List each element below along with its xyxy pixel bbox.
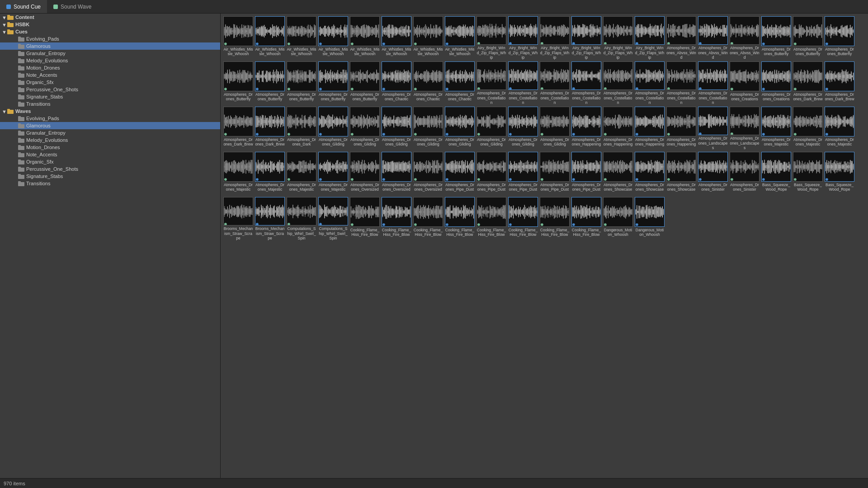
asset-item[interactable]: Air_​Whistles_​Missle_​Whoosh bbox=[254, 15, 286, 61]
asset-item[interactable]: Cooking_​Flame_​Hiss_​Fire_​Blow bbox=[476, 196, 507, 241]
asset-item[interactable]: Dangerous_​Motion_​Whoosh bbox=[634, 196, 665, 241]
asset-item[interactable]: Air_​Whistles_​Missle_​Whoosh bbox=[349, 15, 381, 61]
tab-sound-wave[interactable]: Sound Wave bbox=[47, 0, 98, 13]
asset-item[interactable]: Airy_​Bright_​WInd_​Zip_​Flaps_​Whip bbox=[476, 15, 507, 61]
asset-item[interactable]: Airy_​Bright_​WInd_​Zip_​Flaps_​Whip bbox=[571, 15, 602, 61]
asset-item[interactable]: Atmospheres_​Drones_​Abvss_​Wind bbox=[697, 15, 729, 61]
asset-item[interactable]: Atmospheres_​Drones_​Gliding bbox=[476, 106, 507, 151]
asset-item[interactable]: Bass_​Squeeze_​Wood_​Rope bbox=[824, 151, 855, 196]
asset-item[interactable]: Atmospheres_​Drones_​Butterfly bbox=[349, 61, 381, 106]
asset-item[interactable]: Atmospheres_​Drones_​Majestic bbox=[824, 106, 855, 151]
asset-item[interactable]: Cooking_​Flame_​Hiss_​Fire_​Blow bbox=[381, 196, 412, 241]
asset-item[interactable]: Atmospheres_​Drones_​Happening bbox=[665, 106, 697, 151]
sidebar-item-cues-signature[interactable]: Signature_Stabs bbox=[0, 93, 220, 100]
sidebar-item-cues-granular[interactable]: Granular_Entropy bbox=[0, 50, 220, 57]
asset-item[interactable]: Atmospheres_​Drones_​Pipe_​Dust bbox=[507, 151, 539, 196]
asset-item[interactable]: Atmospheres_​Drones_​Showcase bbox=[602, 151, 634, 196]
asset-item[interactable]: Atmospheres_​Drones_​Chaotic bbox=[412, 61, 444, 106]
asset-item[interactable]: Bass_​Squeeze_​Wood_​Rope bbox=[792, 151, 824, 196]
asset-item[interactable]: Air_​Whistles_​Missle_​Whoosh bbox=[286, 15, 317, 61]
asset-item[interactable]: Atmospheres_​Drones_​Oversized bbox=[349, 151, 381, 196]
asset-item[interactable]: Atmospheres_​Drones_​Costellation bbox=[602, 61, 634, 106]
asset-item[interactable]: Atmospheres_​Drones_​Landscapes bbox=[697, 106, 729, 151]
asset-item[interactable]: Atmospheres_​Drones_​Abvss_​Wind bbox=[729, 15, 760, 61]
asset-item[interactable]: Atmospheres_​Drones_​Dark bbox=[286, 106, 317, 151]
asset-item[interactable]: Cooking_​Flame_​Hiss_​Fire_​Blow bbox=[507, 196, 539, 241]
asset-item[interactable]: Atmospheres_​Drones_​Oversized bbox=[381, 151, 412, 196]
asset-item[interactable]: Atmospheres_​Drones_​Creations bbox=[729, 61, 760, 106]
asset-item[interactable]: Computations_​Ship_​Whirl_​Swirl_​Spin bbox=[317, 196, 349, 241]
asset-item[interactable]: Air_​Whistles_​Missle_​Whoosh bbox=[222, 15, 254, 61]
asset-item[interactable]: Atmospheres_​Drones_​Costellation bbox=[571, 61, 602, 106]
asset-item[interactable]: Atmospheres_​Drones_​Butterfly bbox=[222, 61, 254, 106]
sidebar-item-cues-motion[interactable]: Motion_Drones bbox=[0, 64, 220, 71]
sidebar-item-waves-evolving-pads[interactable]: Evolving_Pads bbox=[0, 115, 220, 122]
asset-item[interactable]: Atmospheres_​Drones_​Costellation bbox=[697, 61, 729, 106]
asset-item[interactable]: Atmospheres_​Drones_​Sinister bbox=[697, 151, 729, 196]
asset-item[interactable]: Air_​Whistles_​Missle_​Whoosh bbox=[381, 15, 412, 61]
asset-item[interactable]: Atmospheres_​Drones_​Chaotic bbox=[444, 61, 476, 106]
sidebar-item-waves-motion[interactable]: Motion_Drones bbox=[0, 144, 220, 151]
sidebar-item-waves-transitions[interactable]: Transitions bbox=[0, 180, 220, 187]
asset-item[interactable]: Airy_​Bright_​WInd_​Zip_​Flaps_​Whip bbox=[539, 15, 571, 61]
asset-item[interactable]: Cooking_​Flame_​Hiss_​Fire_​Blow bbox=[412, 196, 444, 241]
asset-item[interactable]: Atmospheres_​Drones_​Gliding bbox=[507, 106, 539, 151]
sidebar-item-cues-organic[interactable]: Organic_Sfx bbox=[0, 79, 220, 86]
sidebar-item-waves-glamorous[interactable]: Glamorous bbox=[0, 122, 220, 129]
sidebar-item-cues-melody[interactable]: Melody_Evolutions bbox=[0, 57, 220, 64]
sidebar-item-cues-evolving-pads[interactable]: Evolving_Pads bbox=[0, 35, 220, 42]
asset-item[interactable]: Atmospheres_​Drones_​Majestic bbox=[254, 151, 286, 196]
sidebar-item-waves-granular[interactable]: Granular_Entropy bbox=[0, 129, 220, 136]
asset-item[interactable]: Atmospheres_​Drones_​Costellation bbox=[665, 61, 697, 106]
asset-item[interactable]: Atmospheres_​Drones_​Happening bbox=[634, 106, 665, 151]
sidebar-waves[interactable]: ▼ Waves bbox=[0, 108, 220, 115]
asset-item[interactable]: Atmospheres_​Drones_​Costellation bbox=[476, 61, 507, 106]
tab-sound-cue[interactable]: Sound Cue bbox=[0, 0, 47, 13]
asset-item[interactable]: Air_​Whistles_​Missle_​Whoosh bbox=[444, 15, 476, 61]
asset-item[interactable]: Atmospheres_​Drones_​Butterfly bbox=[824, 15, 855, 61]
asset-item[interactable]: Brooms_​Mechanism_​Straw_​Scrape bbox=[254, 196, 286, 241]
content-area[interactable]: Air_​Whistles_​Missle_​Whoosh Air_​Whist… bbox=[221, 14, 868, 478]
asset-item[interactable]: Atmospheres_​Drones_​Showcase bbox=[634, 151, 665, 196]
asset-item[interactable]: Atmospheres_​Drones_​Dark_​Brew bbox=[222, 106, 254, 151]
asset-item[interactable]: Atmospheres_​Drones_​Butterfly bbox=[286, 61, 317, 106]
asset-item[interactable]: Atmospheres_​Drones_​Oversized bbox=[412, 151, 444, 196]
sidebar-item-cues-percussive[interactable]: Percussive_One_Shots bbox=[0, 86, 220, 93]
asset-item[interactable]: Atmospheres_​Drones_​Happening bbox=[571, 106, 602, 151]
asset-item[interactable]: Airy_​Bright_​WInd_​Zip_​Flaps_​Whip bbox=[602, 15, 634, 61]
asset-item[interactable]: Atmospheres_​Drones_​Dark_​Brew bbox=[254, 106, 286, 151]
asset-item[interactable]: Atmospheres_​Drones_​Happening bbox=[602, 106, 634, 151]
asset-item[interactable]: Computations_​Ship_​Whirl_​Swirl_​Spin bbox=[286, 196, 317, 241]
asset-item[interactable]: Bass_​Squeeze_​Wood_​Rope bbox=[760, 151, 792, 196]
asset-item[interactable]: Atmospheres_​Drones_​Gliding bbox=[317, 106, 349, 151]
asset-item[interactable]: Dangerous_​Motion_​Whoosh bbox=[602, 196, 634, 241]
asset-item[interactable]: Atmospheres_​Drones_​Majestic bbox=[222, 151, 254, 196]
asset-item[interactable]: Atmospheres_​Drones_​Butterfly bbox=[254, 61, 286, 106]
asset-item[interactable]: Atmospheres_​Drones_​Majestic bbox=[317, 151, 349, 196]
asset-item[interactable]: Atmospheres_​Drones_​Costellation bbox=[634, 61, 665, 106]
asset-item[interactable]: Atmospheres_​Drones_​Gliding bbox=[444, 106, 476, 151]
asset-item[interactable]: Airy_​Bright_​WInd_​Zip_​Flaps_​Whip bbox=[507, 15, 539, 61]
asset-item[interactable]: Cooking_​Flame_​Hiss_​Fire_​Blow bbox=[349, 196, 381, 241]
asset-item[interactable]: Cooking_​Flame_​Hiss_​Fire_​Blow bbox=[571, 196, 602, 241]
sidebar-root[interactable]: ▼ Content bbox=[0, 14, 220, 21]
asset-item[interactable]: Air_​Whistles_​Missle_​Whoosh bbox=[317, 15, 349, 61]
asset-item[interactable]: Atmospheres_​Drones_​Butterfly bbox=[317, 61, 349, 106]
asset-item[interactable]: Atmospheres_​Drones_​Gliding bbox=[381, 106, 412, 151]
asset-item[interactable]: Atmospheres_​Drones_​Landscapes bbox=[729, 106, 760, 151]
asset-item[interactable]: Atmospheres_​Drones_​Dark_​Brew bbox=[824, 61, 855, 106]
sidebar-item-cues-note[interactable]: Note_Accents bbox=[0, 71, 220, 79]
asset-item[interactable]: Atmospheres_​Drones_​Creations bbox=[760, 61, 792, 106]
asset-item[interactable]: Atmospheres_​Drones_​Pipe_​Dust bbox=[476, 151, 507, 196]
asset-item[interactable]: Cooking_​Flame_​Hiss_​Fire_​Blow bbox=[444, 196, 476, 241]
asset-item[interactable]: Atmospheres_​Drones_​Costellation bbox=[539, 61, 571, 106]
asset-item[interactable]: Atmospheres_​Drones_​Majestic bbox=[792, 106, 824, 151]
sidebar-item-waves-melody[interactable]: Melody_Evolutions bbox=[0, 136, 220, 144]
sidebar-item-waves-organic[interactable]: Organic_Sfx bbox=[0, 158, 220, 165]
asset-item[interactable]: Atmospheres_​Drones_​Showcase bbox=[665, 151, 697, 196]
asset-item[interactable]: Atmospheres_​Drones_​Pipe_​Dust bbox=[539, 151, 571, 196]
asset-item[interactable]: Atmospheres_​Drones_​Pipe_​Dust bbox=[571, 151, 602, 196]
asset-item[interactable]: Airy_​Bright_​WInd_​Zip_​Flaps_​Whip bbox=[634, 15, 665, 61]
asset-item[interactable]: Atmospheres_​Drones_​Gliding bbox=[412, 106, 444, 151]
asset-item[interactable]: Cooking_​Flame_​Hiss_​Fire_​Blow bbox=[539, 196, 571, 241]
